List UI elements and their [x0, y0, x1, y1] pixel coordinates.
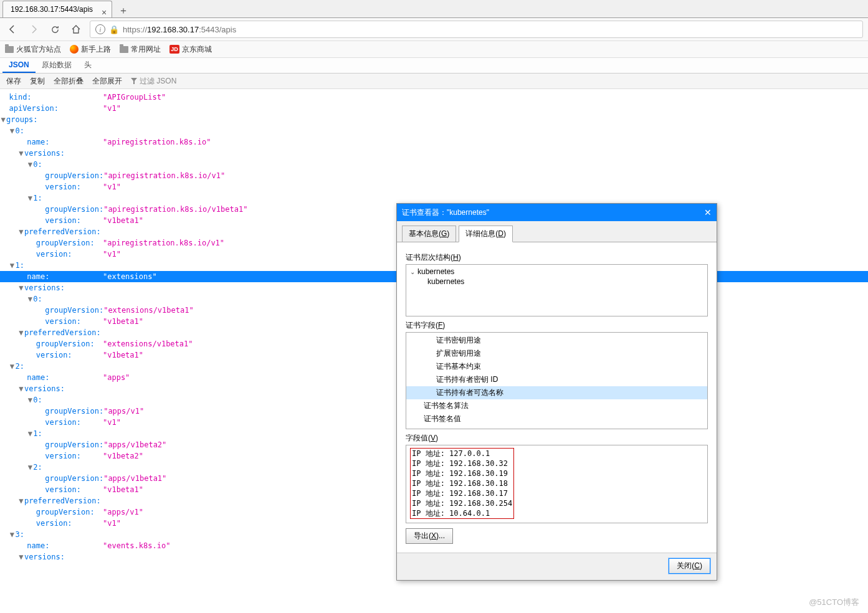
export-row: 导出(X)...: [406, 528, 708, 544]
reload-button[interactable]: [47, 22, 62, 37]
url-input[interactable]: i 🔒 https://192.168.30.17:5443/apis: [90, 21, 863, 38]
value-line: IP 地址: 127.0.0.1: [412, 449, 512, 459]
dialog-footer: 关闭(C): [397, 553, 717, 580]
json-toolbar: 保存 复制 全部折叠 全部展开 过滤 JSON: [0, 74, 868, 89]
close-tab-icon[interactable]: ×: [102, 4, 107, 21]
watermark: @51CTO博客: [809, 597, 859, 608]
field-item-selected[interactable]: 证书持有者可选名称: [406, 386, 707, 399]
dialog-title: 证书查看器："kubernetes": [402, 207, 489, 218]
value-line: IP 地址: 10.64.0.1: [412, 508, 512, 518]
field-item[interactable]: 证书持有者密钥 ID: [406, 373, 707, 386]
certificate-viewer-dialog: 证书查看器："kubernetes" ✕ 基本信息(G) 详细信息(D) 证书层…: [396, 203, 717, 581]
dialog-tabs: 基本信息(G) 详细信息(D): [397, 221, 717, 242]
tab-general-info[interactable]: 基本信息(G): [402, 226, 456, 242]
value-line: IP 地址: 192.168.30.18: [412, 478, 512, 488]
field-value-highlight: IP 地址: 127.0.0.1 IP 地址: 192.168.30.32 IP…: [410, 448, 514, 519]
dialog-body: 证书层次结构(H) ⌄kubernetes kubernetes 证书字段(F)…: [397, 242, 717, 553]
bookmark-getting-started[interactable]: 新手上路: [70, 44, 111, 55]
value-line: IP 地址: 192.168.30.19: [412, 468, 512, 478]
copy-button[interactable]: 复制: [26, 75, 49, 88]
folder-icon: [5, 46, 14, 53]
tab-raw[interactable]: 原始数据: [36, 57, 78, 73]
hierarchy-label: 证书层次结构(H): [406, 252, 708, 263]
bookmark-common-urls[interactable]: 常用网址: [120, 44, 161, 55]
tab-headers[interactable]: 头: [78, 57, 98, 73]
home-button[interactable]: [69, 22, 83, 37]
lock-icon: 🔒: [109, 25, 119, 34]
collapse-all-button[interactable]: 全部折叠: [50, 75, 87, 88]
url-text: https://192.168.30.17:5443/apis: [123, 25, 236, 34]
dialog-titlebar: 证书查看器："kubernetes" ✕: [397, 204, 717, 221]
expand-all-button[interactable]: 全部展开: [88, 75, 126, 88]
site-info-icon[interactable]: i: [95, 24, 105, 34]
close-button[interactable]: 关闭(C): [669, 558, 710, 574]
tab-title: 192.168.30.17:5443/apis: [11, 5, 93, 14]
value-line: IP 地址: 192.168.30.254: [412, 498, 512, 508]
json-viewer-tabs: JSON 原始数据 头: [0, 58, 868, 74]
value-label: 字段值(V): [406, 433, 708, 444]
filter-input[interactable]: 过滤 JSON: [131, 76, 176, 87]
back-button[interactable]: [5, 22, 20, 37]
fields-label: 证书字段(F): [406, 320, 708, 331]
cert-hierarchy-box[interactable]: ⌄kubernetes kubernetes: [406, 264, 708, 316]
tab-detail-info[interactable]: 详细信息(D): [459, 226, 513, 242]
save-button[interactable]: 保存: [2, 75, 25, 88]
folder-icon: [120, 46, 128, 53]
field-value-box[interactable]: IP 地址: 127.0.0.1 IP 地址: 192.168.30.32 IP…: [406, 445, 708, 523]
dialog-close-icon[interactable]: ✕: [704, 207, 712, 217]
browser-tab[interactable]: 192.168.30.17:5443/apis ×: [2, 1, 112, 17]
value-line: IP 地址: 192.168.30.32: [412, 459, 512, 468]
funnel-icon: [131, 78, 137, 84]
bookmark-jd[interactable]: JD京东商城: [169, 44, 212, 55]
field-item[interactable]: 证书密钥用途: [406, 334, 707, 347]
browser-tab-strip: 192.168.30.17:5443/apis × ＋: [0, 0, 868, 18]
tab-json[interactable]: JSON: [2, 58, 36, 73]
address-bar: i 🔒 https://192.168.30.17:5443/apis: [0, 18, 868, 41]
json-content: kind:"APIGroupList" apiVersion:"v1" ▼gro…: [0, 89, 868, 613]
jd-icon: JD: [169, 45, 179, 54]
forward-button[interactable]: [26, 22, 41, 37]
field-item[interactable]: 证书签名算法: [406, 399, 707, 412]
field-item[interactable]: 证书签名值: [406, 412, 707, 425]
bookmark-firefox-official[interactable]: 火狐官方站点: [5, 44, 61, 55]
field-item[interactable]: 证书基本约束: [406, 360, 707, 373]
cert-fields-box[interactable]: 证书密钥用途 扩展密钥用途 证书基本约束 证书持有者密钥 ID 证书持有者可选名…: [406, 332, 708, 429]
chevron-down-icon: ⌄: [410, 268, 415, 275]
value-line: IP 地址: 192.168.30.17: [412, 488, 512, 498]
export-button[interactable]: 导出(X)...: [406, 528, 453, 544]
hier-parent-item[interactable]: ⌄kubernetes: [410, 267, 703, 276]
field-item[interactable]: 扩展密钥用途: [406, 347, 707, 360]
firefox-icon: [70, 45, 79, 54]
hier-child-item[interactable]: kubernetes: [410, 277, 703, 286]
new-tab-button[interactable]: ＋: [116, 4, 131, 17]
bookmarks-bar: 火狐官方站点 新手上路 常用网址 JD京东商城: [0, 41, 868, 58]
